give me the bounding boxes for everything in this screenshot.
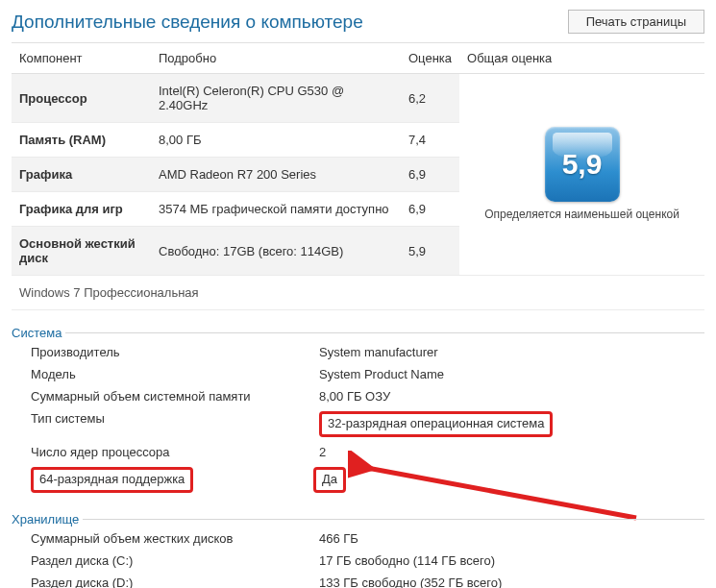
table-footer-row: Windows 7 Профессиональная xyxy=(12,276,704,310)
kv-value: 2 xyxy=(319,445,704,459)
cell-component: Основной жесткий диск xyxy=(12,227,151,276)
cell-score: 7,4 xyxy=(401,123,459,158)
kv-key: Раздел диска (C:) xyxy=(31,553,319,568)
system-type-highlight: 32-разрядная операционная система xyxy=(319,411,553,437)
list-item: Суммарный объем системной памяти 8,00 ГБ… xyxy=(12,385,704,407)
overall-score-badge: 5,9 xyxy=(545,127,620,202)
performance-table: Компонент Подробно Оценка Общая оценка П… xyxy=(12,42,704,310)
overall-score-caption: Определяется наименьшей оценкой xyxy=(467,208,697,222)
x64-support-highlight-key: 64-разрядная поддержка xyxy=(31,467,193,493)
kv-value: 32-разрядная операционная система xyxy=(319,411,704,437)
cell-score: 6,2 xyxy=(401,74,459,123)
cell-score: 6,9 xyxy=(401,192,459,227)
overall-score-cell: 5,9 Определяется наименьшей оценкой xyxy=(459,74,704,276)
col-detail: Подробно xyxy=(151,43,401,74)
list-item: 64-разрядная поддержка Да xyxy=(12,463,704,497)
kv-value: Да xyxy=(319,467,704,493)
cell-component: Графика xyxy=(12,158,151,192)
kv-key: Число ядер процессора xyxy=(31,445,319,459)
list-item: Суммарный объем жестких дисков 466 ГБ xyxy=(12,527,704,550)
kv-key: Суммарный объем жестких дисков xyxy=(31,531,319,546)
kv-value: 17 ГБ свободно (114 ГБ всего) xyxy=(319,553,704,568)
system-section-title: Система xyxy=(12,326,65,340)
kv-key: Производитель xyxy=(31,345,319,359)
list-item: Раздел диска (D:) 133 ГБ свободно (352 Г… xyxy=(12,572,704,588)
print-page-button[interactable]: Печать страницы xyxy=(568,10,704,34)
cell-detail: Свободно: 17GB (всего: 114GB) xyxy=(151,227,401,276)
kv-value: 8,00 ГБ ОЗУ xyxy=(319,389,704,404)
list-item: Производитель System manufacturer xyxy=(12,341,704,363)
list-item: Раздел диска (C:) 17 ГБ свободно (114 ГБ… xyxy=(12,550,704,572)
system-section: Система Производитель System manufacture… xyxy=(12,326,704,497)
cell-component: Память (RAM) xyxy=(12,123,151,158)
kv-key: Суммарный объем системной памяти xyxy=(31,389,319,404)
os-edition: Windows 7 Профессиональная xyxy=(12,276,704,310)
cell-component: Процессор xyxy=(12,74,151,123)
x64-support-highlight-value: Да xyxy=(313,467,346,493)
cell-detail: Intel(R) Celeron(R) CPU G530 @ 2.40GHz xyxy=(151,74,401,123)
cell-detail: 8,00 ГБ xyxy=(151,123,401,158)
table-row: Процессор Intel(R) Celeron(R) CPU G530 @… xyxy=(12,74,704,123)
kv-key: Модель xyxy=(31,367,319,381)
page-title: Дополнительные сведения о компьютере xyxy=(12,12,363,33)
cell-score: 5,9 xyxy=(401,227,459,276)
storage-section: Хранилище Суммарный объем жестких дисков… xyxy=(12,512,704,588)
kv-key: Раздел диска (D:) xyxy=(31,576,319,588)
cell-score: 6,9 xyxy=(401,158,459,192)
kv-key: Тип системы xyxy=(31,411,319,437)
list-item: Тип системы 32-разрядная операционная си… xyxy=(12,407,704,441)
col-overall: Общая оценка xyxy=(459,43,704,74)
kv-value: 466 ГБ xyxy=(319,531,704,546)
kv-value: System manufacturer xyxy=(319,345,704,359)
kv-key: 64-разрядная поддержка xyxy=(31,467,319,493)
cell-component: Графика для игр xyxy=(12,192,151,227)
cell-detail: 3574 МБ графической памяти доступно xyxy=(151,192,401,227)
col-score: Оценка xyxy=(401,43,459,74)
col-component: Компонент xyxy=(12,43,151,74)
kv-value: System Product Name xyxy=(319,367,704,381)
storage-section-title: Хранилище xyxy=(12,512,83,527)
list-item: Модель System Product Name xyxy=(12,363,704,385)
kv-value: 133 ГБ свободно (352 ГБ всего) xyxy=(319,576,704,588)
list-item: Число ядер процессора 2 xyxy=(12,441,704,463)
cell-detail: AMD Radeon R7 200 Series xyxy=(151,158,401,192)
